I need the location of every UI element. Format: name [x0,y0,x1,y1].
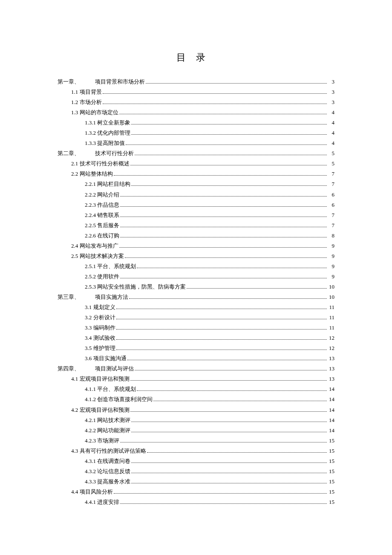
toc-page-number: 13 [328,374,334,384]
toc-page-number: 4 [328,128,334,138]
toc-leader-dots [120,202,327,206]
toc-page-number: 3 [328,97,334,107]
toc-leader-dots [103,100,327,104]
toc-entry-text: 2.2.3 作品信息 [85,202,119,208]
toc-entry-label: 2.5.3 网站安全性措施，防黑、防病毒方案 [85,282,186,292]
toc-page-number: 7 [328,169,334,179]
toc-entry: 2.2.3 作品信息6 [58,200,334,210]
toc-entry: 2.2.5 售后服务7 [58,220,334,231]
toc-page-number: 3 [328,77,334,87]
toc-page-number: 13 [328,353,334,364]
toc-page-number: 4 [328,107,334,118]
toc-leader-dots [120,223,327,227]
toc-leader-dots [135,151,327,155]
toc-entry-text: 4.3.1 在线调查问卷 [85,458,130,464]
toc-leader-dots [131,121,327,124]
toc-leader-dots [131,480,327,483]
toc-page-number: 15 [328,446,334,456]
toc-page-number: 7 [328,179,334,189]
toc-entry-text: 2.2.4 销售联系 [85,212,119,218]
toc-chapter-prefix: 第三章、 [58,292,95,302]
toc-entry-label: 4.4 项目风险分析 [71,487,113,497]
toc-entry-text: 2.2.2 网站介绍 [85,191,119,198]
toc-leader-dots [131,428,327,432]
toc-page-number: 12 [328,343,334,353]
toc-leader-dots [130,162,327,165]
toc-entry: 2.2.1 网站栏目结构7 [58,179,334,189]
toc-entry-label: 4.1.2 创造市场直接利润空间 [85,394,153,405]
toc-entry-label: 2.2 网站整体结构 [71,169,113,179]
toc-entry-label: 2.2.4 销售联系 [85,210,119,220]
toc-entry-text: 1.3.2 优化内部管理 [85,130,130,136]
toc-leader-dots [116,305,327,309]
toc-leader-dots [147,449,327,453]
toc-entry-text: 4.2 宏观项目评估和预测 [71,407,130,413]
toc-leader-dots [130,377,327,381]
toc-entry-text: 1.3.3 提高附加值 [85,140,125,146]
toc-entry-text: 4.1.1 平台、系统规划 [85,386,136,392]
toc-page-number: 15 [328,436,334,446]
toc-entry-label: 4.4.1 进度安排 [85,497,119,507]
toc-entry-text: 3.1 规划定义 [85,304,115,310]
toc-page-number: 9 [328,251,334,261]
toc-entry-label: 4.2.3 市场测评 [85,436,119,446]
toc-page-number: 15 [328,487,334,497]
toc-entry: 4.2 宏观项目评估和预测14 [58,405,334,415]
toc-entry-label: 1.3.2 优化内部管理 [85,128,130,138]
toc-entry: 第三章、项目实施方法10 [58,292,334,302]
toc-entry-label: 4.1.1 平台、系统规划 [85,384,136,394]
toc-entry: 3.4 测试验收12 [58,333,334,343]
toc-page-number: 11 [328,302,334,312]
toc-entry-text: 3.5 维护管理 [85,345,115,351]
toc-page-number: 14 [328,415,334,425]
toc-entry: 1.1 项目背景3 [58,87,334,97]
toc-page-number: 6 [328,200,334,210]
toc-page-number: 6 [328,190,334,200]
toc-chapter-prefix: 第一章、 [58,77,95,87]
toc-entry: 3.3 编码制作11 [58,323,334,333]
toc-entry-text: 4.4 项目风险分析 [71,489,113,495]
toc-entry-text: 3.4 测试验收 [85,335,115,341]
toc-entry: 4.3.3 提高服务水准15 [58,477,334,487]
toc-leader-dots [116,346,327,350]
toc-chapter-prefix: 第四章、 [58,364,95,374]
toc-entry-label: 2.2.6 在线订购 [85,231,119,241]
toc-leader-dots [137,264,327,268]
toc-entry: 4.1.1 平台、系统规划14 [58,384,334,394]
toc-entry: 1.3.3 提高附加值4 [58,138,334,148]
toc-leader-dots [120,192,327,196]
toc-page-number: 14 [328,405,334,415]
toc-entry: 2.2 网站整体结构7 [58,169,334,179]
toc-leader-dots [114,172,327,176]
toc-page-number: 14 [328,384,334,394]
toc-entry-label: 第四章、项目测试与评估 [58,364,134,374]
toc-entry: 4.3 具有可行性的测试评估策略15 [58,446,334,456]
toc-entry-text: 2.5.3 网站安全性措施，防黑、防病毒方案 [85,283,186,290]
toc-page-number: 7 [328,210,334,220]
toc-leader-dots [129,295,327,299]
toc-page-number: 3 [328,87,334,97]
toc-title: 目录 [58,51,334,64]
toc-leader-dots [153,397,327,401]
toc-entry: 4.4 项目风险分析15 [58,487,334,497]
toc-entry: 3.1 规划定义11 [58,302,334,312]
toc-leader-dots [125,254,327,258]
toc-leader-dots [120,439,327,442]
toc-entry-text: 4.3.3 提高服务水准 [85,478,130,485]
toc-entry-text: 4.2.2 网站功能测评 [85,427,130,434]
toc-entry-label: 1.1 项目背景 [71,87,102,97]
toc-entry-label: 4.2.1 网站技术测评 [85,415,130,425]
toc-entry-text: 1.2 市场分析 [71,99,102,105]
toc-entry-label: 3.4 测试验收 [85,333,115,343]
toc-entry-text: 2.5 网站技术解决方案 [71,253,124,259]
toc-leader-dots [116,326,327,330]
toc-leader-dots [120,213,327,217]
toc-page-number: 9 [328,241,334,251]
toc-entry-label: 1.3.3 提高附加值 [85,138,125,148]
table-of-contents: 第一章、项目背景和市场分析31.1 项目背景31.2 市场分析31.3 网站的市… [58,77,334,507]
toc-entry: 2.5.1 平台、系统规划9 [58,261,334,272]
toc-entry-text: 1.3 网站的市场定位 [71,109,118,116]
toc-entry: 4.2.3 市场测评15 [58,436,334,446]
toc-entry-label: 2.2.1 网站栏目结构 [85,179,130,189]
toc-entry-label: 1.2 市场分析 [71,97,102,107]
